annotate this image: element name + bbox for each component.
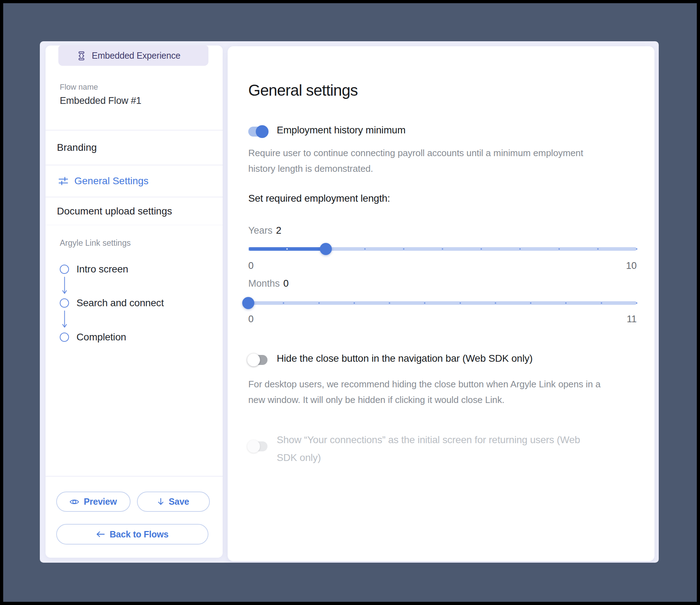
description-line: Require user to continue connecting payr…	[248, 145, 583, 161]
step-completion[interactable]: Completion	[76, 331, 126, 343]
eye-icon	[70, 499, 79, 505]
back-to-flows-button[interactable]: Back to Flows	[56, 524, 208, 545]
hide-close-button-label: Hide the close button in the navigation …	[277, 353, 532, 364]
years-slider-thumb[interactable]	[320, 243, 332, 255]
slider-tick	[558, 248, 560, 250]
arrow-left-icon	[96, 531, 105, 538]
divider	[46, 225, 223, 225]
general-settings-panel: General settings Employment history mini…	[228, 46, 654, 561]
sidebar-item-branding-label: Branding	[57, 142, 97, 153]
months-slider-thumb[interactable]	[242, 297, 254, 309]
scale-max: 10	[626, 260, 637, 271]
download-arrow-icon	[158, 498, 164, 505]
months-slider-scale: 0 11	[248, 314, 637, 325]
slider-tick	[442, 248, 443, 250]
step-search-and-connect[interactable]: Search and connect	[76, 297, 164, 309]
description-line: new window. It will only be hidden if cl…	[248, 392, 600, 408]
show-your-connections-toggle	[248, 441, 267, 451]
slider-tick	[389, 302, 390, 304]
slider-ticks	[248, 301, 637, 305]
years-slider-label: Years2	[248, 225, 281, 236]
flow-name-value: Embedded Flow #1	[60, 95, 141, 106]
step-circle-completion[interactable]	[60, 333, 69, 342]
slider-tick	[318, 302, 320, 304]
save-button-label: Save	[169, 497, 189, 507]
divider	[46, 476, 223, 477]
slider-tick	[530, 302, 531, 304]
slider-tick	[565, 302, 567, 304]
step-intro-screen[interactable]: Intro screen	[76, 264, 128, 275]
slider-tick	[636, 248, 637, 250]
sidebar-item-document-upload-label: Document upload settings	[57, 206, 172, 217]
sidebar: Embedded Experience Flow name Embedded F…	[46, 46, 223, 558]
sidebar-item-general-settings[interactable]: General Settings	[46, 165, 223, 197]
months-label: Months	[248, 278, 280, 289]
years-slider[interactable]	[248, 247, 637, 251]
app-container: Embedded Experience Flow name Embedded F…	[40, 41, 659, 563]
page-title: General settings	[248, 81, 358, 99]
slider-ticks	[248, 247, 637, 251]
flow-type-badge-label: Embedded Experience	[92, 51, 180, 61]
slider-tick	[636, 302, 637, 304]
employment-history-minimum-label: Employment history minimum	[277, 124, 405, 136]
months-slider[interactable]	[248, 301, 637, 305]
hide-close-button-toggle[interactable]	[248, 355, 267, 365]
slider-tick	[424, 302, 425, 304]
scale-max: 11	[627, 314, 637, 325]
employment-history-description: Require user to continue connecting payr…	[248, 145, 583, 176]
tune-sliders-icon	[58, 176, 68, 186]
scale-min: 0	[248, 260, 254, 271]
slider-tick	[481, 248, 482, 250]
description-line: For desktop users, we recommend hiding t…	[248, 376, 600, 392]
toggle-thumb	[247, 354, 260, 366]
slider-tick	[364, 248, 366, 250]
required-length-heading: Set required employment length:	[248, 193, 390, 204]
toggle-thumb	[247, 440, 260, 453]
description-line: history length is demonstrated.	[248, 161, 583, 176]
flow-type-badge: Embedded Experience	[58, 46, 208, 66]
label-line: Show “Your connections” as the initial s…	[277, 431, 580, 449]
step-circle-intro[interactable]	[60, 265, 69, 274]
step-circle-search[interactable]	[60, 298, 69, 308]
show-your-connections-label: Show “Your connections” as the initial s…	[277, 431, 580, 467]
slider-tick	[403, 248, 404, 250]
arrow-down-icon	[62, 311, 67, 328]
years-slider-scale: 0 10	[248, 260, 637, 271]
sidebar-item-document-upload[interactable]: Document upload settings	[46, 197, 223, 225]
sidebar-item-general-settings-label: General Settings	[74, 175, 149, 187]
save-button[interactable]: Save	[137, 492, 210, 512]
embedded-experience-icon	[77, 51, 86, 60]
preview-button[interactable]: Preview	[56, 492, 131, 512]
hide-close-button-description: For desktop users, we recommend hiding t…	[248, 376, 600, 408]
slider-tick	[519, 248, 521, 250]
sidebar-item-branding[interactable]: Branding	[46, 130, 223, 165]
slider-tick	[286, 248, 288, 250]
slider-tick	[597, 248, 599, 250]
slider-tick	[248, 248, 249, 250]
argyle-link-settings-label: Argyle Link settings	[60, 238, 131, 248]
slider-tick	[283, 302, 284, 304]
preview-button-label: Preview	[84, 497, 117, 507]
label-line: SDK only)	[277, 449, 580, 467]
years-value: 2	[276, 225, 281, 236]
toggle-thumb	[256, 125, 269, 138]
flow-name-label: Flow name	[60, 83, 98, 92]
scale-min: 0	[248, 314, 254, 325]
years-label: Years	[248, 225, 272, 236]
arrow-down-icon	[62, 277, 67, 294]
employment-history-minimum-toggle[interactable]	[248, 127, 267, 137]
slider-tick	[601, 302, 602, 304]
months-value: 0	[283, 278, 289, 289]
back-to-flows-button-label: Back to Flows	[110, 529, 169, 540]
slider-tick	[460, 302, 461, 304]
slider-tick	[495, 302, 496, 304]
slider-tick	[354, 302, 355, 304]
months-slider-label: Months0	[248, 278, 289, 289]
